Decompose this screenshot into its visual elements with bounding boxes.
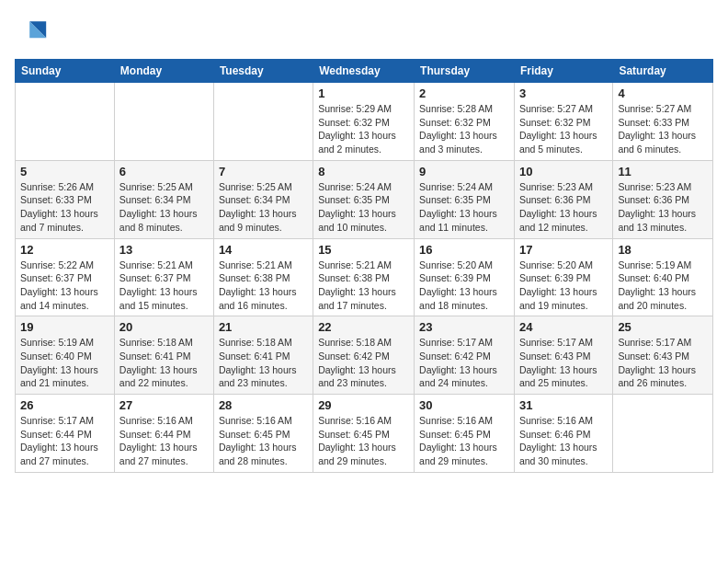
day-info: Sunrise: 5:21 AMSunset: 6:37 PMDaylight:… [119,259,209,313]
day-number: 21 [219,320,308,334]
day-number: 31 [519,398,608,412]
calendar-cell: 15Sunrise: 5:21 AMSunset: 6:38 PMDayligh… [313,238,415,316]
calendar-cell [613,395,713,473]
calendar-week-4: 19Sunrise: 5:19 AMSunset: 6:40 PMDayligh… [16,316,713,395]
header-tuesday: Tuesday [213,60,313,83]
header-saturday: Saturday [613,60,713,83]
logo-icon [15,15,48,48]
calendar-cell: 31Sunrise: 5:16 AMSunset: 6:46 PMDayligh… [514,395,612,473]
day-info: Sunrise: 5:16 AMSunset: 6:45 PMDaylight:… [318,414,409,468]
calendar-cell: 7Sunrise: 5:25 AMSunset: 6:34 PMDaylight… [213,160,313,238]
day-info: Sunrise: 5:25 AMSunset: 6:34 PMDaylight:… [219,180,308,235]
day-number: 2 [419,86,509,100]
calendar-cell: 29Sunrise: 5:16 AMSunset: 6:45 PMDayligh… [313,395,415,473]
day-info: Sunrise: 5:26 AMSunset: 6:33 PMDaylight:… [20,180,109,235]
calendar-week-3: 12Sunrise: 5:22 AMSunset: 6:37 PMDayligh… [16,238,713,316]
day-number: 5 [20,165,109,178]
day-number: 4 [618,86,708,100]
day-number: 10 [519,165,608,178]
calendar-cell: 9Sunrise: 5:24 AMSunset: 6:35 PMDaylight… [415,160,515,238]
page-header [15,15,713,48]
day-info: Sunrise: 5:17 AMSunset: 6:43 PMDaylight:… [618,336,708,390]
calendar-cell: 25Sunrise: 5:17 AMSunset: 6:43 PMDayligh… [613,316,713,395]
day-number: 30 [419,398,509,412]
calendar-cell: 11Sunrise: 5:23 AMSunset: 6:36 PMDayligh… [613,160,713,238]
day-info: Sunrise: 5:24 AMSunset: 6:35 PMDaylight:… [318,180,409,235]
calendar-cell: 18Sunrise: 5:19 AMSunset: 6:40 PMDayligh… [613,238,713,316]
day-number: 27 [119,398,209,412]
day-number: 16 [419,243,509,257]
day-number: 8 [318,165,409,178]
calendar-cell: 5Sunrise: 5:26 AMSunset: 6:33 PMDaylight… [16,160,115,238]
day-info: Sunrise: 5:23 AMSunset: 6:36 PMDaylight:… [618,180,708,235]
day-number: 17 [519,243,608,257]
day-number: 11 [618,165,708,178]
calendar-week-1: 1Sunrise: 5:29 AMSunset: 6:32 PMDaylight… [16,83,713,161]
day-info: Sunrise: 5:29 AMSunset: 6:32 PMDaylight:… [318,102,409,156]
day-info: Sunrise: 5:25 AMSunset: 6:34 PMDaylight:… [119,180,209,235]
day-number: 14 [219,243,308,257]
day-number: 18 [618,243,708,257]
calendar-cell: 19Sunrise: 5:19 AMSunset: 6:40 PMDayligh… [16,316,115,395]
day-number: 20 [119,320,209,334]
day-info: Sunrise: 5:21 AMSunset: 6:38 PMDaylight:… [318,259,409,313]
calendar-cell: 14Sunrise: 5:21 AMSunset: 6:38 PMDayligh… [213,238,313,316]
calendar-cell: 21Sunrise: 5:18 AMSunset: 6:41 PMDayligh… [213,316,313,395]
day-info: Sunrise: 5:18 AMSunset: 6:41 PMDaylight:… [219,336,308,390]
calendar-cell: 3Sunrise: 5:27 AMSunset: 6:32 PMDaylight… [514,83,612,161]
day-info: Sunrise: 5:16 AMSunset: 6:45 PMDaylight:… [419,414,509,468]
calendar-cell: 8Sunrise: 5:24 AMSunset: 6:35 PMDaylight… [313,160,415,238]
calendar-table: SundayMondayTuesdayWednesdayThursdayFrid… [15,59,713,473]
calendar-week-2: 5Sunrise: 5:26 AMSunset: 6:33 PMDaylight… [16,160,713,238]
day-info: Sunrise: 5:17 AMSunset: 6:43 PMDaylight:… [519,336,608,390]
day-info: Sunrise: 5:17 AMSunset: 6:42 PMDaylight:… [419,336,509,390]
header-sunday: Sunday [16,60,115,83]
day-number: 3 [519,86,608,100]
day-number: 22 [318,320,409,334]
day-info: Sunrise: 5:22 AMSunset: 6:37 PMDaylight:… [20,259,109,313]
day-info: Sunrise: 5:24 AMSunset: 6:35 PMDaylight:… [419,180,509,235]
calendar-cell: 17Sunrise: 5:20 AMSunset: 6:39 PMDayligh… [514,238,612,316]
day-number: 19 [20,320,109,334]
day-number: 23 [419,320,509,334]
day-number: 7 [219,165,308,178]
day-info: Sunrise: 5:23 AMSunset: 6:36 PMDaylight:… [519,180,608,235]
calendar-cell [16,83,115,161]
calendar-cell: 6Sunrise: 5:25 AMSunset: 6:34 PMDaylight… [114,160,213,238]
day-number: 24 [519,320,608,334]
day-info: Sunrise: 5:18 AMSunset: 6:41 PMDaylight:… [119,336,209,390]
calendar-header-row: SundayMondayTuesdayWednesdayThursdayFrid… [16,60,713,83]
calendar-cell: 10Sunrise: 5:23 AMSunset: 6:36 PMDayligh… [514,160,612,238]
calendar-cell: 22Sunrise: 5:18 AMSunset: 6:42 PMDayligh… [313,316,415,395]
calendar-cell: 2Sunrise: 5:28 AMSunset: 6:32 PMDaylight… [415,83,515,161]
day-info: Sunrise: 5:19 AMSunset: 6:40 PMDaylight:… [618,259,708,313]
day-number: 1 [318,86,409,100]
day-info: Sunrise: 5:20 AMSunset: 6:39 PMDaylight:… [419,259,509,313]
day-info: Sunrise: 5:16 AMSunset: 6:44 PMDaylight:… [119,414,209,468]
calendar-cell: 16Sunrise: 5:20 AMSunset: 6:39 PMDayligh… [415,238,515,316]
day-number: 9 [419,165,509,178]
day-info: Sunrise: 5:18 AMSunset: 6:42 PMDaylight:… [318,336,409,390]
calendar-week-5: 26Sunrise: 5:17 AMSunset: 6:44 PMDayligh… [16,395,713,473]
calendar-cell: 30Sunrise: 5:16 AMSunset: 6:45 PMDayligh… [415,395,515,473]
day-number: 26 [20,398,109,412]
day-info: Sunrise: 5:27 AMSunset: 6:32 PMDaylight:… [519,102,608,156]
calendar-cell: 20Sunrise: 5:18 AMSunset: 6:41 PMDayligh… [114,316,213,395]
day-number: 13 [119,243,209,257]
calendar-cell: 23Sunrise: 5:17 AMSunset: 6:42 PMDayligh… [415,316,515,395]
calendar-cell: 24Sunrise: 5:17 AMSunset: 6:43 PMDayligh… [514,316,612,395]
day-number: 25 [618,320,708,334]
day-info: Sunrise: 5:20 AMSunset: 6:39 PMDaylight:… [519,259,608,313]
logo [15,15,51,48]
day-info: Sunrise: 5:16 AMSunset: 6:46 PMDaylight:… [519,414,608,468]
header-monday: Monday [114,60,213,83]
day-number: 6 [119,165,209,178]
calendar-cell: 26Sunrise: 5:17 AMSunset: 6:44 PMDayligh… [16,395,115,473]
day-number: 28 [219,398,308,412]
day-info: Sunrise: 5:19 AMSunset: 6:40 PMDaylight:… [20,336,109,390]
day-info: Sunrise: 5:17 AMSunset: 6:44 PMDaylight:… [20,414,109,468]
calendar-cell: 28Sunrise: 5:16 AMSunset: 6:45 PMDayligh… [213,395,313,473]
header-friday: Friday [514,60,612,83]
calendar-cell: 12Sunrise: 5:22 AMSunset: 6:37 PMDayligh… [16,238,115,316]
calendar-cell: 27Sunrise: 5:16 AMSunset: 6:44 PMDayligh… [114,395,213,473]
